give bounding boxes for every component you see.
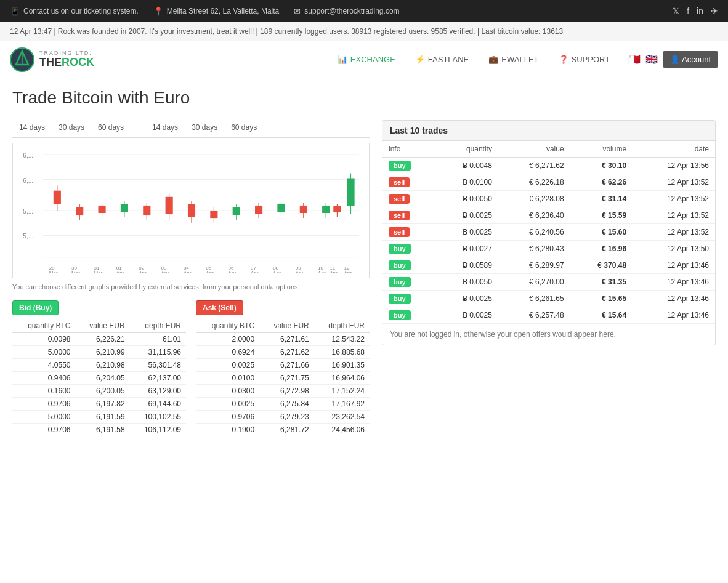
- svg-rect-37: [322, 206, 330, 213]
- email-info: ✉ support@therocktrading.com: [294, 7, 399, 16]
- tab-14days-1[interactable]: 14 days: [12, 120, 52, 135]
- svg-rect-27: [210, 211, 217, 218]
- bid-col-qty: quantity BTC: [12, 319, 76, 333]
- nav-ewallet[interactable]: 💼 EWALLET: [480, 50, 547, 69]
- trade-type-badge: sell: [389, 194, 410, 204]
- col-date: date: [633, 141, 715, 158]
- bid-col-depth: depth EUR: [130, 319, 186, 333]
- page-content: Trade Bitcoin with Euro 14 days 30 days …: [0, 78, 728, 446]
- col-volume: volume: [570, 141, 633, 158]
- nav-support-label: SUPPORT: [572, 55, 610, 64]
- social-links: 𝕏 f in ✈: [673, 6, 718, 16]
- svg-rect-41: [347, 178, 355, 206]
- address-info: 📍 Melita Street 62, La Valletta, Malta: [153, 7, 280, 16]
- svg-text:6,...: 6,...: [23, 177, 33, 184]
- flag-uk: 🇬🇧: [645, 54, 658, 65]
- svg-text:Apr: Apr: [184, 270, 192, 273]
- ask-table: quantity BTC value EUR depth EUR 2.00006…: [196, 319, 370, 436]
- tab-60days-2[interactable]: 60 days: [224, 120, 264, 135]
- trade-type-badge: buy: [389, 310, 411, 320]
- nav-exchange[interactable]: 📊 EXCHANGE: [329, 50, 404, 69]
- trade-type-badge: sell: [389, 211, 410, 220]
- chart-note: You can choose different graphs provided…: [12, 283, 370, 291]
- trade-type-badge: sell: [389, 177, 410, 187]
- ask-col-qty: quantity BTC: [196, 319, 259, 333]
- svg-text:6,...: 6,...: [23, 152, 33, 159]
- nav-fastlane[interactable]: ⚡ FASTLANE: [406, 50, 477, 69]
- right-column: Last 10 trades info quantity value volum…: [382, 120, 716, 436]
- trades-panel: Last 10 trades info quantity value volum…: [382, 120, 716, 345]
- tab-30days-1[interactable]: 30 days: [52, 120, 91, 135]
- table-row: 0.94066,204.0562,137.00: [12, 372, 186, 385]
- order-books: Bid (Buy) quantity BTC value EUR depth E…: [12, 300, 370, 436]
- svg-text:Apr: Apr: [139, 270, 147, 273]
- svg-text:Mar: Mar: [49, 270, 58, 273]
- tab-60days-1[interactable]: 60 days: [91, 120, 131, 135]
- svg-text:Apr: Apr: [251, 270, 259, 273]
- table-row: buyɃ 0.0050€ 6,270.00€ 31.3512 Apr 13:46: [382, 274, 715, 291]
- flag-malta: 🇲🇹: [628, 54, 641, 65]
- nav-exchange-label: EXCHANGE: [350, 55, 395, 64]
- svg-rect-17: [99, 206, 106, 213]
- logo-subtitle: TRADING LTD.: [39, 50, 94, 56]
- account-label: Account: [682, 55, 711, 64]
- table-row: buyɃ 0.0589€ 6,289.97€ 370.4812 Apr 13:4…: [382, 257, 715, 274]
- table-row: sellɃ 0.0050€ 6,228.08€ 31.1412 Apr 13:5…: [382, 191, 715, 207]
- contact-info: 📱 Contact us on our ticketing system.: [10, 7, 139, 16]
- tab-14days-2[interactable]: 14 days: [145, 120, 185, 135]
- svg-rect-25: [188, 204, 195, 217]
- svg-text:Apr: Apr: [344, 270, 352, 273]
- table-row: 2.00006,271.6112,543.22: [196, 333, 370, 346]
- trade-type-badge: buy: [389, 277, 411, 287]
- table-row: buyɃ 0.0025€ 6,261.65€ 15.6512 Apr 13:46: [382, 291, 715, 307]
- table-row: sellɃ 0.0025€ 6,236.40€ 15.5912 Apr 13:5…: [382, 207, 715, 224]
- svg-rect-13: [54, 191, 61, 204]
- svg-rect-23: [166, 197, 173, 214]
- svg-text:5,...: 5,...: [23, 233, 33, 239]
- col-value: value: [498, 141, 570, 158]
- svg-text:Mar: Mar: [94, 270, 102, 273]
- svg-rect-33: [277, 204, 285, 212]
- svg-text:Apr: Apr: [330, 270, 338, 273]
- svg-rect-39: [333, 206, 341, 212]
- contact-text: Contact us on our ticketing system.: [23, 7, 139, 15]
- svg-text:5,...: 5,...: [23, 208, 33, 215]
- support-icon: ❓: [559, 55, 568, 64]
- account-icon: 👤: [670, 55, 680, 64]
- trade-type-badge: sell: [389, 227, 410, 237]
- table-row: 0.01006,271.7516,964.06: [196, 372, 370, 385]
- trade-type-badge: buy: [389, 161, 411, 171]
- bid-col-val: value EUR: [76, 319, 130, 333]
- twitter-icon[interactable]: 𝕏: [673, 6, 679, 16]
- table-row: 0.97066,197.8269,144.60: [12, 398, 186, 411]
- main-grid: 14 days 30 days 60 days 14 days 30 days …: [12, 120, 716, 436]
- tab-30days-2[interactable]: 30 days: [185, 120, 224, 135]
- telegram-icon[interactable]: ✈: [711, 6, 718, 16]
- chart-tab-group-2: 14 days 30 days 60 days: [145, 120, 264, 135]
- table-row: 5.00006,210.9931,115.96: [12, 346, 186, 359]
- linkedin-icon[interactable]: in: [697, 6, 703, 16]
- table-row: sellɃ 0.0100€ 6,226.18€ 62.2612 Apr 13:5…: [382, 174, 715, 191]
- trade-type-badge: buy: [389, 294, 411, 304]
- nav-support[interactable]: ❓ SUPPORT: [550, 50, 619, 69]
- chart-area: 6,... 6,... 5,... 5,...: [12, 143, 370, 278]
- bid-table: quantity BTC value EUR depth EUR 0.00986…: [12, 319, 186, 436]
- svg-rect-29: [233, 207, 240, 215]
- ticker-text: 12 Apr 13:47 | Rock was founded in 2007.…: [10, 27, 563, 36]
- table-row: 0.16006,200.0563,129.00: [12, 385, 186, 398]
- table-row: 0.97066,279.2323,262.54: [196, 411, 370, 424]
- table-row: 4.05506,210.9856,301.48: [12, 359, 186, 372]
- chart-tab-group-1: 14 days 30 days 60 days: [12, 120, 131, 135]
- logo-icon: [10, 47, 34, 72]
- logo-name: THEROCK: [39, 56, 94, 69]
- facebook-icon[interactable]: f: [687, 6, 689, 16]
- svg-rect-21: [143, 206, 150, 215]
- email-icon: ✉: [294, 7, 301, 16]
- table-row: 0.97066,191.58106,112.09: [12, 424, 186, 436]
- nav-fastlane-label: FASTLANE: [428, 55, 469, 64]
- logo[interactable]: TRADING LTD. THEROCK: [10, 47, 94, 72]
- ask-book: Ask (Sell) quantity BTC value EUR depth …: [196, 300, 370, 436]
- exchange-icon: 📊: [338, 55, 347, 64]
- account-button[interactable]: 👤 Account: [663, 51, 718, 68]
- nav-right: 🇲🇹 🇬🇧 👤 Account: [628, 51, 718, 68]
